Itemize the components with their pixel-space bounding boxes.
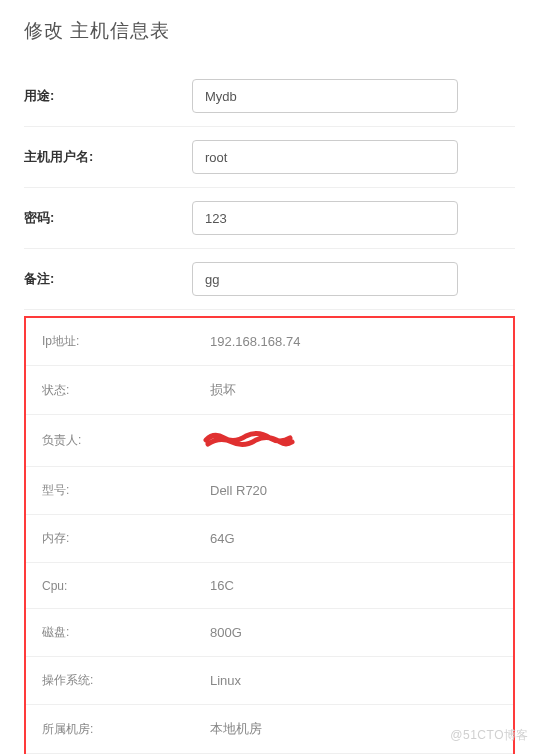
readonly-row-disk: 磁盘: 800G — [26, 609, 513, 657]
page-title: 修改 主机信息表 — [24, 18, 515, 44]
ip-label: Ip地址: — [42, 333, 210, 350]
readonly-row-cpu: Cpu: 16C — [26, 563, 513, 609]
cpu-label: Cpu: — [42, 579, 210, 593]
disk-value: 800G — [210, 625, 497, 640]
readonly-row-room: 所属机房: 本地机房 — [26, 705, 513, 754]
readonly-section: Ip地址: 192.168.168.74 状态: 损坏 负责人: 型号: Del… — [24, 316, 515, 754]
remark-input[interactable] — [192, 262, 458, 296]
hostuser-label: 主机用户名: — [24, 148, 192, 166]
disk-label: 磁盘: — [42, 624, 210, 641]
cpu-value: 16C — [210, 578, 497, 593]
owner-label: 负责人: — [42, 432, 210, 449]
form-row-purpose: 用途: — [24, 66, 515, 127]
purpose-input[interactable] — [192, 79, 458, 113]
password-label: 密码: — [24, 209, 192, 227]
os-label: 操作系统: — [42, 672, 210, 689]
status-label: 状态: — [42, 382, 210, 399]
owner-value — [210, 430, 497, 451]
readonly-row-memory: 内存: 64G — [26, 515, 513, 563]
password-input[interactable] — [192, 201, 458, 235]
readonly-row-owner: 负责人: — [26, 415, 513, 467]
readonly-row-os: 操作系统: Linux — [26, 657, 513, 705]
os-value: Linux — [210, 673, 497, 688]
remark-label: 备注: — [24, 270, 192, 288]
form-row-password: 密码: — [24, 188, 515, 249]
redacted-mark-icon — [210, 430, 290, 448]
form-row-hostuser: 主机用户名: — [24, 127, 515, 188]
model-label: 型号: — [42, 482, 210, 499]
watermark: @51CTO博客 — [450, 727, 529, 744]
readonly-row-status: 状态: 损坏 — [26, 366, 513, 415]
model-value: Dell R720 — [210, 483, 497, 498]
ip-value: 192.168.168.74 — [210, 334, 497, 349]
memory-label: 内存: — [42, 530, 210, 547]
status-value: 损坏 — [210, 381, 497, 399]
room-label: 所属机房: — [42, 721, 210, 738]
hostuser-input[interactable] — [192, 140, 458, 174]
memory-value: 64G — [210, 531, 497, 546]
form-row-remark: 备注: — [24, 249, 515, 310]
purpose-label: 用途: — [24, 87, 192, 105]
readonly-row-ip: Ip地址: 192.168.168.74 — [26, 318, 513, 366]
readonly-row-model: 型号: Dell R720 — [26, 467, 513, 515]
